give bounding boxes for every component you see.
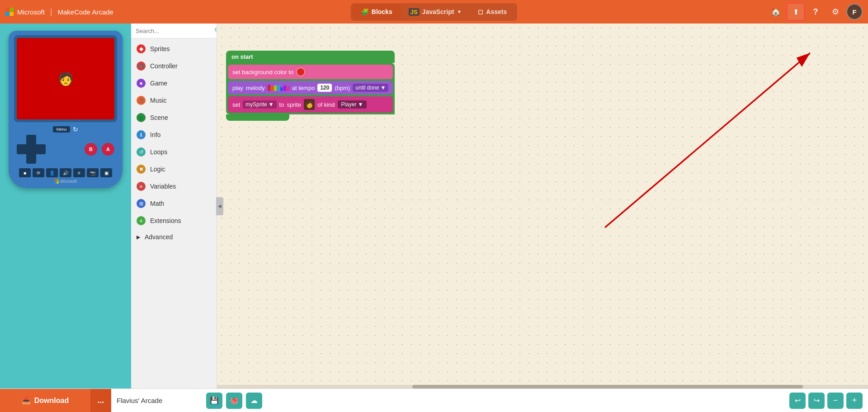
refresh-button[interactable]: ↻ xyxy=(73,126,78,133)
js-chevron-icon: ▼ xyxy=(457,9,462,14)
kind-chevron-icon: ▼ xyxy=(358,101,363,108)
sprite-char: 🧑 xyxy=(306,101,313,108)
svg-rect-6 xyxy=(54,181,57,184)
redo-icon: ↪ xyxy=(814,396,820,405)
dpad[interactable] xyxy=(17,135,46,164)
mysprite-chevron-icon: ▼ xyxy=(269,101,274,108)
sidebar-item-info[interactable]: ℹ Info xyxy=(131,126,217,143)
bot-btn-3[interactable]: 👤 xyxy=(46,168,58,177)
scene-icon: 🌲 xyxy=(137,113,146,122)
sidebar-item-scene[interactable]: 🌲 Scene xyxy=(131,109,217,126)
menu-button[interactable]: Menu xyxy=(53,126,71,133)
bottom-right-actions: ↩ ↪ − + xyxy=(789,393,868,409)
menu-bar: Menu ↻ xyxy=(53,126,79,133)
github-icon: 🐙 xyxy=(230,396,239,405)
scene-label: Scene xyxy=(150,114,168,121)
sidebar-item-controller[interactable]: 🎮 Controller xyxy=(131,57,217,75)
sidebar-item-loops[interactable]: ↺ Loops xyxy=(131,143,217,161)
bot-btn-4[interactable]: 🔊 xyxy=(60,168,71,177)
to-label: to xyxy=(279,101,284,108)
info-icon: ℹ xyxy=(137,130,146,139)
sidebar-item-sprites[interactable]: ◆ Sprites xyxy=(131,40,217,57)
kind-dropdown[interactable]: Player ▼ xyxy=(338,100,367,109)
bottom-buttons: ■ ⟳ 👤 🔊 ≡ 📷 ▣ xyxy=(19,168,112,177)
until-done-label: until done xyxy=(355,85,379,91)
play-label: play xyxy=(232,85,243,91)
color-picker[interactable] xyxy=(296,67,305,76)
block-container: on start set background color to play me… xyxy=(226,51,395,121)
assets-icon: ◻ xyxy=(478,8,483,15)
bot-btn-2[interactable]: ⟳ xyxy=(33,168,44,177)
set-bg-label: set background color to xyxy=(232,69,293,76)
controller-icon: 🎮 xyxy=(137,62,146,71)
sprite-image[interactable]: 🧑 xyxy=(304,99,315,110)
block-play-melody[interactable]: play melody at tempo xyxy=(228,81,393,95)
download-button[interactable]: 📥 Download xyxy=(0,389,90,412)
home-icon: 🏠 xyxy=(771,7,781,17)
help-button[interactable]: ? xyxy=(807,3,825,21)
mysprite-dropdown[interactable]: mySprite ▼ xyxy=(243,100,276,109)
tab-blocks[interactable]: 🧩 Blocks xyxy=(352,5,401,19)
tab-javascript[interactable]: JS JavaScript ▼ xyxy=(401,5,469,19)
melody-keys[interactable] xyxy=(268,85,289,91)
sidebar-item-variables[interactable]: ≡ Variables xyxy=(131,178,217,195)
brand-logo: Microsoft | MakeCode Arcade xyxy=(5,7,113,17)
until-done-chevron-icon: ▼ xyxy=(380,85,386,91)
scrollbar-thumb xyxy=(412,385,803,388)
ab-buttons: B A xyxy=(85,143,114,156)
b-button[interactable]: B xyxy=(85,143,97,156)
gameboy-device: 🧑 Menu ↻ B A ■ ⟳ 👤 🔊 xyxy=(9,31,123,188)
math-label: Math xyxy=(150,200,164,207)
bot-btn-1[interactable]: ■ xyxy=(19,168,31,177)
save-to-computer-button[interactable]: 💾 xyxy=(206,393,222,409)
extensions-icon: + xyxy=(137,216,146,225)
home-button[interactable]: 🏠 xyxy=(767,3,785,21)
until-done-dropdown[interactable]: until done ▼ xyxy=(353,84,388,92)
workspace[interactable]: on start set background color to play me… xyxy=(217,24,868,388)
microsoft-small-text: Microsoft xyxy=(60,179,77,184)
svg-rect-0 xyxy=(5,8,9,12)
more-button[interactable]: ... xyxy=(90,389,111,412)
save-icon: 💾 xyxy=(210,396,219,405)
tab-assets[interactable]: ◻ Assets xyxy=(469,5,516,19)
share-button[interactable]: ⬆ xyxy=(787,3,805,21)
redo-button[interactable]: ↪ xyxy=(808,393,825,409)
sidebar-item-music[interactable]: 🎵 Music xyxy=(131,92,217,109)
github-button[interactable]: 🐙 xyxy=(226,393,242,409)
user-avatar[interactable]: F xyxy=(846,4,863,20)
bot-btn-7[interactable]: ▣ xyxy=(100,168,112,177)
loops-label: Loops xyxy=(150,148,167,156)
bot-btn-5[interactable]: ≡ xyxy=(73,168,85,177)
block-set-sprite[interactable]: set mySprite ▼ to sprite 🧑 of kind Playe… xyxy=(228,96,393,113)
sidebar-item-advanced[interactable]: ▶ Advanced xyxy=(131,229,217,245)
upload-button[interactable]: ☁ xyxy=(246,393,262,409)
sidebar-item-game[interactable]: ● Game xyxy=(131,75,217,92)
search-input[interactable] xyxy=(136,28,212,34)
bot-btn-6[interactable]: 📷 xyxy=(87,168,99,177)
project-name-input[interactable] xyxy=(117,397,203,404)
bottom-bar: 📥 Download ... 💾 🐙 ☁ ↩ ↪ − + xyxy=(0,388,868,412)
brand-divider: | xyxy=(50,7,52,17)
sidebar-item-math[interactable]: ⊞ Math xyxy=(131,195,217,212)
tempo-value[interactable]: 120 xyxy=(317,84,332,92)
screen-area: 🧑 xyxy=(14,35,117,122)
extensions-label: Extensions xyxy=(150,217,181,224)
sidebar-collapse-button[interactable]: ◀ xyxy=(216,197,223,215)
settings-button[interactable]: ⚙ xyxy=(826,3,844,21)
tab-group: 🧩 Blocks JS JavaScript ▼ ◻ Assets xyxy=(351,3,517,21)
math-icon: ⊞ xyxy=(137,199,146,208)
block-on-start[interactable]: on start xyxy=(226,51,395,63)
project-name-area: 💾 🐙 ☁ xyxy=(111,393,789,409)
sidebar-item-logic[interactable]: ✖ Logic xyxy=(131,161,217,178)
sidebar-item-extensions[interactable]: + Extensions xyxy=(131,212,217,229)
microsoft-small-icon xyxy=(54,179,59,184)
zoom-out-button[interactable]: − xyxy=(827,393,844,409)
set-label: set xyxy=(232,101,240,108)
undo-button[interactable]: ↩ xyxy=(789,393,806,409)
melody-label: melody xyxy=(246,85,265,91)
block-set-background[interactable]: set background color to xyxy=(228,65,393,79)
workspace-scrollbar[interactable] xyxy=(217,385,868,388)
on-start-label: on start xyxy=(231,53,253,60)
zoom-in-button[interactable]: + xyxy=(846,393,863,409)
a-button[interactable]: A xyxy=(102,143,114,156)
